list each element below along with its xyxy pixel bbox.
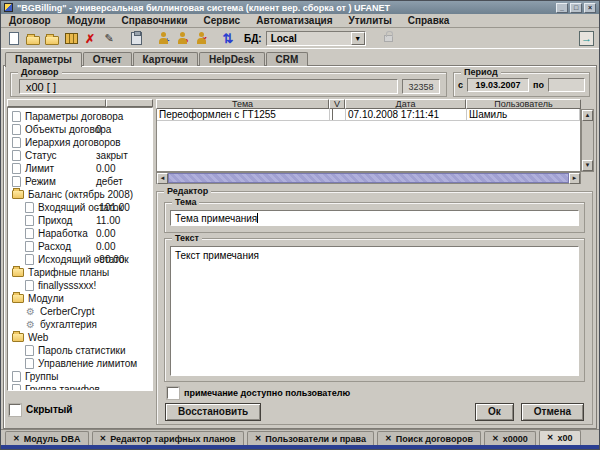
tree-item-value: дебет bbox=[96, 176, 123, 187]
table-icon[interactable] bbox=[62, 31, 80, 47]
scrollbar-thumb[interactable] bbox=[168, 173, 569, 183]
tree-item[interactable]: Входящий остаток-101.00 bbox=[8, 201, 152, 214]
tree-item[interactable]: finallysssxxx! bbox=[8, 279, 152, 292]
hidden-checkbox-row[interactable]: Скрытый bbox=[9, 402, 72, 417]
close-tab-icon[interactable] bbox=[13, 435, 20, 443]
copy-icon[interactable] bbox=[127, 31, 145, 47]
tree-item-value: 0 bbox=[96, 124, 102, 135]
tree-item[interactable]: Группа тарифов bbox=[8, 383, 152, 391]
taskbar-tab[interactable]: Поиск договоров bbox=[377, 431, 481, 445]
note-textarea[interactable]: Текст примечания bbox=[170, 246, 579, 376]
page-icon bbox=[12, 384, 21, 391]
scroll-left-icon[interactable]: ◄ bbox=[157, 173, 168, 184]
tree-item[interactable]: Управление лимитом bbox=[8, 357, 152, 370]
tree-item[interactable]: Расход0.00 bbox=[8, 240, 152, 253]
menu-moduli[interactable]: Модули bbox=[59, 15, 114, 26]
close-tab-icon[interactable] bbox=[547, 434, 554, 442]
exit-icon[interactable] bbox=[579, 31, 594, 46]
db-selected-value: Local bbox=[267, 33, 351, 44]
tree-item[interactable]: Модули bbox=[8, 292, 152, 305]
tree-item[interactable]: Статусзакрыт bbox=[8, 149, 152, 162]
refresh-icon[interactable]: ⇅ bbox=[219, 31, 237, 47]
tree-item[interactable]: Лимит0.00 bbox=[8, 162, 152, 175]
scroll-right-icon[interactable]: ► bbox=[569, 173, 580, 184]
ok-button[interactable]: Ок bbox=[475, 403, 514, 421]
contract-input[interactable]: x00 [ ] bbox=[19, 79, 398, 94]
row-checkbox[interactable] bbox=[332, 109, 334, 120]
find-user-icon[interactable]: ● bbox=[173, 31, 191, 47]
close-tab-icon[interactable] bbox=[492, 435, 499, 443]
new-document-icon[interactable] bbox=[5, 31, 23, 47]
period-from-input[interactable]: 19.03.2007 bbox=[467, 78, 529, 92]
scroll-up-icon[interactable]: ▲ bbox=[582, 110, 593, 121]
note-visible-checkbox[interactable] bbox=[167, 387, 179, 399]
tree-item-value: 0.00 bbox=[96, 163, 115, 174]
taskbar-tab[interactable]: x00 bbox=[539, 430, 581, 445]
tab-parametry[interactable]: Параметры bbox=[5, 52, 82, 67]
menu-spravka[interactable]: Справка bbox=[400, 15, 458, 26]
add-user-icon[interactable]: + bbox=[154, 31, 172, 47]
period-to-input[interactable] bbox=[548, 78, 585, 92]
hidden-checkbox[interactable] bbox=[9, 404, 21, 416]
page-icon bbox=[25, 280, 34, 291]
taskbar-tab[interactable]: x0000 bbox=[484, 431, 536, 445]
taskbar-tab[interactable]: Модуль DBA bbox=[5, 431, 89, 445]
column-visible[interactable]: V bbox=[329, 99, 345, 109]
restore-button[interactable]: Восстановить bbox=[165, 403, 261, 421]
app-window: "BGBilling" - универсальная биллинговая … bbox=[0, 0, 600, 450]
menu-utility[interactable]: Утилиты bbox=[341, 15, 400, 26]
topic-input[interactable]: Тема примечания bbox=[170, 210, 579, 226]
tab-otchet[interactable]: Отчет bbox=[83, 52, 132, 66]
tree-item[interactable]: Web bbox=[8, 331, 152, 344]
tree-item[interactable]: Баланс (октябрь 2008) bbox=[8, 188, 152, 201]
tree-item[interactable]: CerberCrypt bbox=[8, 305, 152, 318]
taskbar-tab[interactable]: Пользователи и права bbox=[247, 431, 374, 445]
close-icon[interactable]: × bbox=[584, 3, 596, 13]
open-folder-icon[interactable] bbox=[24, 31, 42, 47]
db-select[interactable]: Local ▼ bbox=[266, 31, 366, 46]
cancel-button[interactable]: Отмена bbox=[521, 403, 584, 421]
table-row[interactable]: Переоформлен с ГТ125507.10.2008 17:11:41… bbox=[157, 109, 580, 121]
tree-item[interactable]: Наработка0.00 bbox=[8, 227, 152, 240]
tab-kartochki[interactable]: Карточки bbox=[133, 52, 198, 66]
minimize-icon[interactable]: _ bbox=[556, 3, 568, 13]
column-user[interactable]: Пользователь bbox=[466, 99, 581, 109]
horizontal-scrollbar[interactable]: ◄ ► bbox=[156, 172, 581, 184]
tree-item[interactable]: Режимдебет bbox=[8, 175, 152, 188]
text-caret bbox=[257, 213, 258, 223]
close-tab-icon[interactable] bbox=[385, 435, 392, 443]
maximize-icon[interactable]: □ bbox=[570, 3, 582, 13]
edit-icon[interactable]: ✎ bbox=[100, 31, 118, 47]
tree-item[interactable]: Группы bbox=[8, 370, 152, 383]
tree-item[interactable]: бухгалтерия bbox=[8, 318, 152, 331]
tree-item-value: 0.00 bbox=[96, 241, 115, 252]
tree-item[interactable]: Объекты договора0 bbox=[8, 123, 152, 136]
column-topic[interactable]: Тема bbox=[156, 99, 329, 109]
note-visible-row[interactable]: примечание доступно пользователю bbox=[167, 386, 350, 400]
scroll-down-icon[interactable]: ▼ bbox=[582, 160, 593, 171]
tree-item[interactable]: Исходящий остаток-90.00 bbox=[8, 253, 152, 266]
menu-spravochniki[interactable]: Справочники bbox=[113, 15, 195, 26]
gear-icon bbox=[25, 306, 36, 317]
tab-crm[interactable]: CRM bbox=[266, 52, 309, 66]
tab-helpdesk[interactable]: HelpDesk bbox=[199, 52, 265, 66]
tree-item[interactable]: Приход11.00 bbox=[8, 214, 152, 227]
tree-item-label: Модули bbox=[28, 293, 64, 304]
menu-dogovor[interactable]: Договор bbox=[1, 15, 59, 26]
column-date[interactable]: Дата bbox=[345, 99, 466, 109]
menu-avtomatizaciya[interactable]: Автоматизация bbox=[248, 15, 340, 26]
tree-item[interactable]: Иерархия договоров bbox=[8, 136, 152, 149]
open-folder-alt-icon[interactable] bbox=[43, 31, 61, 47]
folder-icon bbox=[12, 333, 24, 342]
delete-icon[interactable]: ✗ bbox=[81, 31, 99, 47]
tree-item[interactable]: Тарифные планы bbox=[8, 266, 152, 279]
close-tab-icon[interactable] bbox=[100, 435, 107, 443]
chevron-down-icon[interactable]: ▼ bbox=[351, 32, 365, 45]
tree-item[interactable]: Параметры договора bbox=[8, 110, 152, 123]
tree-item[interactable]: Пароль статистики bbox=[8, 344, 152, 357]
vertical-scrollbar[interactable]: ▲ ▼ bbox=[581, 109, 594, 172]
close-tab-icon[interactable] bbox=[255, 435, 262, 443]
delete-user-icon[interactable]: ✗ bbox=[192, 31, 210, 47]
taskbar-tab[interactable]: Редактор тарифных планов bbox=[92, 431, 244, 445]
menu-servis[interactable]: Сервис bbox=[195, 15, 248, 26]
